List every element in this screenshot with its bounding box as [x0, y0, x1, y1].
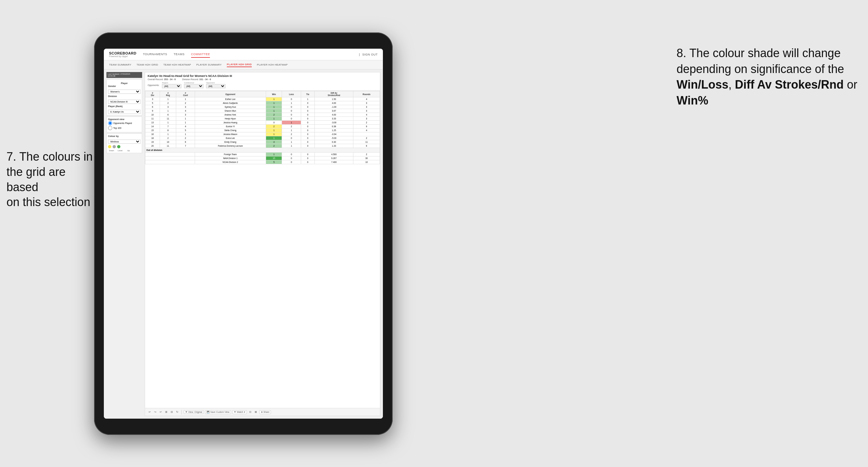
col-loss: Loss [282, 91, 301, 97]
nav-teams[interactable]: TEAMS [174, 51, 185, 58]
grid-table-container: #Div #Reg #Conf Opponent Win Loss Tie Di… [145, 91, 380, 408]
table-header-row: #Div #Reg #Conf Opponent Win Loss Tie Di… [145, 91, 380, 97]
annotation-left: 7. The colours in the grid are based on … [6, 149, 94, 210]
table-row: 15 8 5 Stella Cheng 1 1 0 1.25 4 [145, 128, 380, 132]
annotation-right: 8. The colour shade will change dependin… [677, 45, 858, 108]
out-of-division-header: Out of division [145, 148, 380, 153]
region-select[interactable]: (All) [162, 84, 181, 88]
table-row: 19 10 6 Emily Chang 4 1 0 0.30 11 [145, 140, 380, 144]
overall-record: Overall Record: 353 - 34 - 6 [148, 78, 176, 81]
share-icon: ⊕ [261, 411, 263, 413]
player-label: Player [108, 81, 141, 85]
table-row: 3 1 1 Esther Lee 1 0 1 1.50 4 [145, 97, 380, 101]
col-reg: #Reg [160, 91, 176, 97]
opponent-view-label: Opponent view [108, 118, 141, 120]
redo2-button[interactable]: ↩ [159, 410, 163, 414]
toolbar-btn5[interactable]: ⊡ [248, 410, 252, 414]
top100-radio[interactable] [108, 126, 112, 130]
legend-level-dot [113, 145, 116, 148]
logo-text: SCOREBOARD [109, 51, 136, 55]
table-row: 14 7 4 Eunice Yi 2 2 0 0.38 9 [145, 125, 380, 128]
table-row: 16 1 1 Jessica Mason 1 2 0 -0.94 [145, 132, 380, 136]
nav-items: TOURNAMENTS TEAMS COMMITTEE [143, 51, 359, 58]
undo-button[interactable]: ↩ [148, 410, 152, 414]
colour-by-label: Colour by [108, 135, 141, 137]
table-row: 10 6 3 Andrea York 2 0 0 4.00 4 [145, 113, 380, 117]
col-conf: #Conf [176, 91, 195, 97]
opponents-played-option[interactable]: Opponents Played [108, 121, 141, 125]
subnav-player-summary[interactable]: PLAYER SUMMARY [196, 63, 222, 67]
legend-row [108, 145, 141, 148]
table-row: 9 1 4 Sharon Mun 1 0 0 3.67 3 [145, 109, 380, 113]
table-row: 6 3 3 Sydney Kuo 1 0 0 -1.00 3 [145, 105, 380, 109]
subnav-team-h2h-heatmap[interactable]: TEAM H2H HEATMAP [163, 63, 191, 67]
watch-chevron: ▾ [244, 411, 245, 413]
top100-option[interactable]: Top 100 [108, 126, 141, 130]
watch-button[interactable]: 👁 Watch ▾ [232, 410, 247, 414]
col-tie: Tie [301, 91, 315, 97]
player-rank-select[interactable]: 8. Katelyn Vo [108, 110, 141, 114]
right-panel: Katelyn Vo Head-to-Head Grid for Women's… [145, 72, 380, 416]
opponent-select[interactable]: (All) [206, 84, 225, 88]
logo-area: SCOREBOARD Powered by clippd [109, 51, 136, 57]
table-row: 5 2 2 Alexis Sudjianto 1 1 0 4.00 3 [145, 101, 380, 105]
toolbar-btn6[interactable]: ⊠ [254, 410, 258, 414]
grid-records: Overall Record: 353 - 34 - 6 Division Re… [148, 78, 377, 81]
nav-tournaments[interactable]: TOURNAMENTS [143, 51, 167, 58]
tablet-screen: SCOREBOARD Powered by clippd TOURNAMENTS… [104, 49, 383, 418]
legend-down-dot [108, 145, 111, 148]
player-rank-label: Player (Rank) [108, 105, 141, 107]
opponents-played-radio[interactable] [108, 121, 112, 125]
colour-section: Colour by Win/loss Down Level Up [106, 133, 142, 153]
table-row: NAIA Division 1 15 0 0 9.267 30 [145, 156, 380, 160]
division-select[interactable]: NCAA Division III [108, 100, 141, 104]
last-updated: Last Updated: 27/03/2024 16:55:38 [106, 72, 142, 78]
col-diff: Diff AvStrokes/Rnd [315, 91, 353, 97]
sub-nav: TEAM SUMMARY TEAM H2H GRID TEAM H2H HEAT… [104, 60, 383, 69]
col-div: #Div [145, 91, 160, 97]
region-filter: Region (All) [162, 82, 181, 88]
player-section: Player Gender Women's Division NCAA Divi… [106, 79, 142, 116]
table-row: 20 11 7 Federica Domenq Lacroze 2 1 0 1.… [145, 144, 380, 148]
col-opponent: Opponent [195, 91, 266, 97]
bottom-toolbar: ↩ ↪ ↩ ⊞ ⊟ ↻ 👁 View: Original 💾 Save Cust… [145, 408, 380, 416]
nav-separator: | [359, 53, 360, 56]
table-row: 11 11 1 Heejo Hyun 1 0 0 3.33 3 [145, 117, 380, 121]
gender-label: Gender [108, 85, 141, 87]
division-label: Division [108, 95, 141, 97]
redo-button[interactable]: ↪ [153, 410, 157, 414]
colour-by-select[interactable]: Win/loss [108, 139, 141, 144]
legend-labels-row: Down Level Up [108, 150, 141, 152]
top-nav: SCOREBOARD Powered by clippd TOURNAMENTS… [104, 49, 383, 60]
paste-button[interactable]: ⊟ [170, 410, 174, 414]
refresh-button[interactable]: ↻ [175, 410, 180, 414]
subnav-team-summary[interactable]: TEAM SUMMARY [109, 63, 131, 67]
subnav-player-h2h-grid[interactable]: PLAYER H2H GRID [227, 62, 252, 67]
table-row: NCAA Division 2 5 0 0 7.400 10 [145, 160, 380, 164]
gender-select[interactable]: Women's [108, 90, 141, 94]
table-row: Foreign Team 1 0 0 4.500 2 [145, 153, 380, 156]
sign-out-button[interactable]: Sign out [362, 52, 378, 57]
divider1 [181, 410, 182, 414]
logo-sub: Powered by clippd [109, 55, 136, 57]
conference-select[interactable]: (All) [184, 84, 204, 88]
watch-icon: 👁 [234, 411, 236, 413]
eye-icon: 👁 [185, 411, 188, 413]
subnav-team-h2h-grid[interactable]: TEAM H2H GRID [136, 63, 158, 67]
grid-title: Katelyn Vo Head-to-Head Grid for Women's… [148, 74, 377, 77]
view-original-button[interactable]: 👁 View: Original [184, 410, 204, 414]
legend-up-dot [117, 145, 120, 148]
subnav-player-h2h-heatmap[interactable]: PLAYER H2H HEATMAP [257, 63, 288, 67]
col-rounds: Rounds [353, 91, 380, 97]
main-content: Last Updated: 27/03/2024 16:55:38 Player… [104, 69, 383, 418]
save-custom-view-button[interactable]: 💾 Save Custom View [205, 410, 231, 414]
opponent-filter: Opponent (All) [206, 82, 225, 88]
share-button[interactable]: ⊕ Share [259, 410, 271, 414]
filter-row: Opponents: Region (All) Conference (All) [148, 82, 377, 88]
opponents-label: Opponents: [148, 84, 159, 86]
save-icon: 💾 [207, 411, 210, 413]
nav-committee[interactable]: COMMITTEE [191, 51, 210, 58]
grid-table: #Div #Reg #Conf Opponent Win Loss Tie Di… [145, 91, 380, 164]
copy-button[interactable]: ⊞ [164, 410, 168, 414]
grid-header: Katelyn Vo Head-to-Head Grid for Women's… [145, 72, 380, 91]
